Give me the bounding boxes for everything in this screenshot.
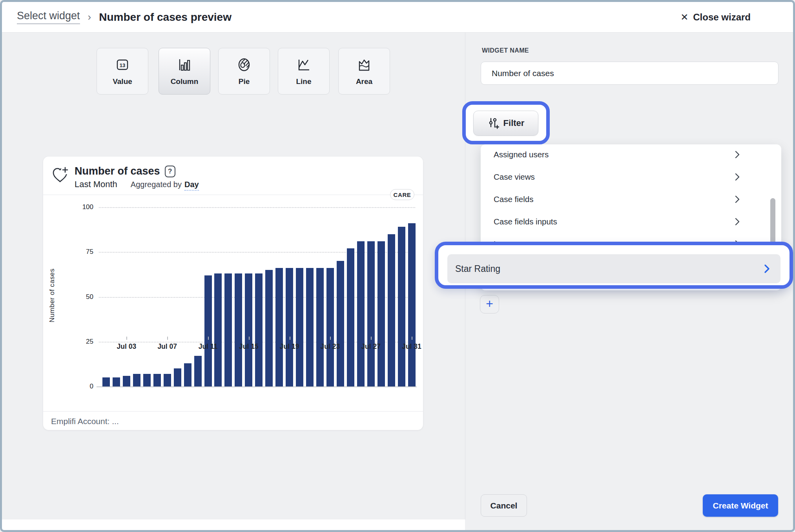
- bar-jul-08: [174, 368, 181, 386]
- bar-jul-10: [194, 356, 202, 386]
- x-tick-label: Jul 23: [312, 343, 348, 351]
- dropdown-item-label: Case views: [494, 172, 535, 182]
- value-icon: 13: [115, 57, 130, 73]
- widget-type-line-button[interactable]: Line: [278, 48, 330, 95]
- filter-button-label: Filter: [503, 118, 525, 128]
- bar-jul-02: [113, 377, 120, 386]
- bar-jul-17: [265, 270, 273, 386]
- page-title: Number of cases preview: [99, 11, 232, 24]
- widget-type-area-button[interactable]: Area: [338, 48, 390, 95]
- x-tick-mark: [412, 337, 412, 340]
- x-tick-label: Jul 31: [394, 343, 429, 351]
- widget-name-label: WIDGET NAME: [482, 47, 529, 54]
- bar-jul-20: [296, 268, 303, 386]
- widget-type-label: Value: [113, 77, 132, 86]
- bar-jul-29: [388, 234, 395, 386]
- y-tick-100: 100: [62, 203, 93, 211]
- x-tick-label: Jul 15: [231, 343, 266, 351]
- dropdown-item-label: Case fields: [494, 195, 533, 204]
- close-icon: ✕: [680, 12, 688, 23]
- bar-jul-16: [255, 273, 263, 386]
- breadcrumb-select-widget-link[interactable]: Select widget: [17, 10, 80, 24]
- bar-jul-01: [102, 377, 110, 386]
- chart-title-row: Number of cases ?: [75, 165, 175, 177]
- chart-period: Last Month: [75, 179, 117, 189]
- chart-footer-account: Emplifi Account: ...: [51, 417, 119, 426]
- aggregation-value-dropdown[interactable]: Day: [184, 180, 199, 191]
- bar-jul-31: [408, 223, 416, 386]
- widget-wizard-window: Select widget › Number of cases preview …: [0, 0, 795, 532]
- dropdown-item-case-fields-inputs[interactable]: Case fields inputs: [481, 210, 781, 233]
- star-rating-label: Star Rating: [455, 264, 500, 274]
- close-wizard-label: Close wizard: [693, 12, 751, 23]
- bar-jul-24: [337, 261, 344, 386]
- bar-jul-03: [123, 376, 130, 386]
- wizard-top-bar: Select widget › Number of cases preview …: [2, 2, 793, 33]
- chevron-right-icon: [762, 264, 771, 274]
- bar-jul-04: [133, 374, 140, 386]
- bar-jul-26: [357, 241, 365, 386]
- dropdown-item-case-fields[interactable]: Case fields: [481, 188, 781, 210]
- x-tick-label: Jul 19: [272, 343, 307, 351]
- widget-type-label: Area: [356, 77, 372, 86]
- widget-type-label: Pie: [239, 77, 250, 86]
- aggregated-by-label: Aggregated by: [131, 180, 182, 189]
- widget-type-pie-button[interactable]: Pie: [218, 48, 270, 95]
- bar-jul-25: [347, 248, 354, 386]
- x-tick-mark: [167, 337, 168, 340]
- bar-jul-23: [326, 268, 334, 386]
- x-tick-mark: [371, 337, 372, 340]
- bar-jul-30: [398, 227, 405, 386]
- care-case-heart-plus-icon: [51, 166, 69, 184]
- chevron-right-icon: [733, 172, 741, 182]
- create-widget-button[interactable]: Create Widget: [703, 494, 778, 517]
- card-footer-divider: [43, 411, 423, 412]
- bar-chart-plot: [99, 207, 415, 386]
- bar-jul-06: [153, 374, 161, 386]
- column-icon: [177, 57, 192, 73]
- star-rating-highlight-annotation: Star Rating: [435, 242, 793, 289]
- breadcrumb-separator-icon: ›: [88, 11, 91, 23]
- add-filter-button[interactable]: +: [480, 295, 499, 313]
- bar-jul-09: [184, 363, 191, 386]
- widget-type-label: Line: [296, 77, 311, 86]
- bar-jul-12: [214, 273, 222, 386]
- horizontal-scrollbar-track[interactable]: [2, 519, 465, 530]
- dropdown-item-case-views[interactable]: Case views: [481, 166, 781, 188]
- dropdown-item-assigned-users[interactable]: Assigned users: [481, 144, 781, 166]
- chart-preview-card: Number of cases ? Last Month Aggregated …: [43, 157, 423, 430]
- bar-jul-21: [306, 268, 314, 386]
- x-tick-mark: [290, 337, 290, 340]
- x-tick-label: Jul 11: [190, 343, 226, 351]
- x-tick-mark: [249, 337, 250, 340]
- bar-jul-13: [224, 273, 232, 386]
- pie-icon: [236, 57, 252, 73]
- y-tick-75: 75: [62, 248, 93, 256]
- x-tick-mark: [330, 337, 331, 340]
- chevron-right-icon: [733, 217, 741, 226]
- filter-sliders-icon: [487, 117, 499, 129]
- bar-jul-11: [204, 275, 212, 386]
- bar-jul-22: [316, 268, 324, 386]
- x-axis-line: [97, 386, 417, 387]
- cancel-button[interactable]: Cancel: [481, 494, 527, 517]
- chevron-right-icon: [733, 150, 741, 159]
- y-tick-25: 25: [62, 338, 93, 346]
- x-tick-mark: [126, 337, 127, 340]
- star-rating-option[interactable]: Star Rating: [447, 254, 780, 283]
- widget-type-value-button[interactable]: 13Value: [97, 48, 148, 95]
- y-axis-label: Number of cases: [48, 266, 56, 325]
- area-icon: [356, 57, 372, 73]
- widget-name-input[interactable]: [481, 62, 779, 85]
- y-tick-50: 50: [62, 293, 93, 301]
- filter-button[interactable]: Filter: [473, 111, 538, 136]
- chart-title: Number of cases: [75, 165, 160, 177]
- care-badge: CARE: [390, 189, 414, 200]
- close-wizard-button[interactable]: ✕ Close wizard: [680, 2, 751, 33]
- chart-subtitle-row: Last Month Aggregated by Day: [75, 179, 199, 191]
- x-tick-label: Jul 03: [109, 343, 144, 351]
- breadcrumb: Select widget › Number of cases preview: [17, 10, 232, 24]
- widget-type-column-button[interactable]: Column: [159, 48, 210, 95]
- help-icon[interactable]: ?: [165, 166, 175, 177]
- bar-jul-07: [164, 374, 171, 386]
